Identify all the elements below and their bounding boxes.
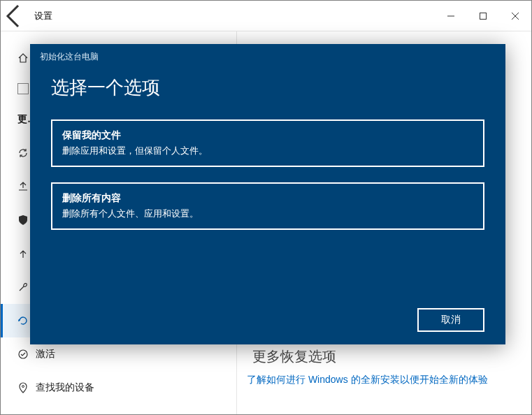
- cancel-button[interactable]: 取消: [417, 308, 484, 332]
- dialog-content: 选择一个选项 保留我的文件 删除应用和设置，但保留个人文件。 删除所有内容 删除…: [30, 63, 505, 308]
- svg-point-5: [22, 386, 24, 388]
- close-button[interactable]: [499, 5, 531, 27]
- reset-pc-dialog: 初始化这台电脑 选择一个选项 保留我的文件 删除应用和设置，但保留个人文件。 删…: [30, 44, 505, 344]
- titlebar: 设置: [1, 1, 531, 31]
- option-title: 保留我的文件: [62, 129, 473, 142]
- minimize-button[interactable]: [435, 5, 467, 27]
- option-desc: 删除所有个人文件、应用和设置。: [62, 208, 473, 220]
- option-keep-files[interactable]: 保留我的文件 删除应用和设置，但保留个人文件。: [51, 119, 484, 167]
- dialog-heading: 选择一个选项: [51, 75, 484, 100]
- option-title: 删除所有内容: [62, 192, 473, 205]
- dialog-caption: 初始化这台电脑: [30, 44, 505, 63]
- fresh-install-link[interactable]: 了解如何进行 Windows 的全新安装以便开始全新的体验: [247, 374, 488, 386]
- window-title: 设置: [29, 10, 52, 22]
- option-desc: 删除应用和设置，但保留个人文件。: [62, 145, 473, 157]
- search-box-icon: [17, 83, 29, 94]
- sidebar-item-label: 查找我的设备: [36, 381, 94, 394]
- svg-point-4: [19, 350, 27, 358]
- back-button[interactable]: [1, 1, 29, 31]
- sidebar-item-find-device[interactable]: 查找我的设备: [1, 371, 236, 405]
- dialog-footer: 取消: [30, 308, 505, 344]
- location-icon: [17, 382, 36, 393]
- sidebar-item-label: 激活: [36, 348, 55, 361]
- check-circle-icon: [17, 349, 36, 360]
- settings-window: 设置 主… 更…: [0, 0, 532, 415]
- maximize-button[interactable]: [467, 5, 499, 27]
- svg-rect-1: [480, 13, 487, 19]
- option-remove-everything[interactable]: 删除所有内容 删除所有个人文件、应用和设置。: [51, 182, 484, 230]
- section-more-recovery: 更多恢复选项: [252, 347, 336, 366]
